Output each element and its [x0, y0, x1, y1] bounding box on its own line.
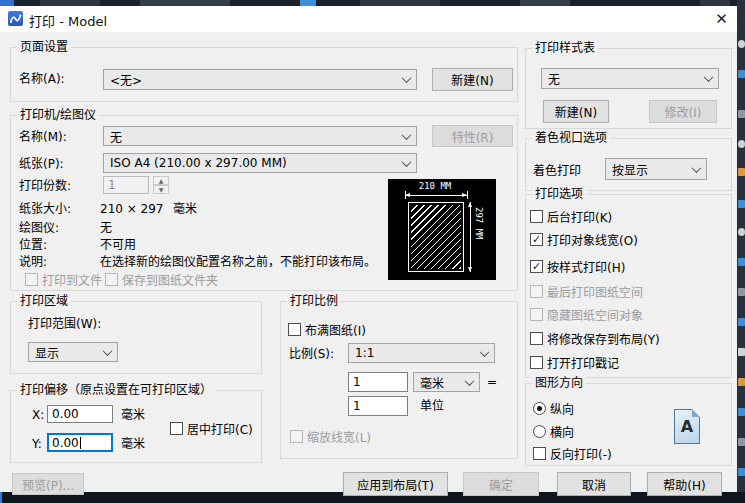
- shaded-viewport-legend: 着色视口选项: [532, 131, 610, 146]
- description-label: 说明:: [19, 255, 47, 269]
- scale-unit-combobox[interactable]: 毫米: [413, 372, 480, 392]
- background-plot-label: 后台打印(K): [547, 211, 612, 225]
- printer-name-combobox[interactable]: 无: [103, 126, 417, 146]
- paper-label: 纸张(P):: [19, 157, 64, 171]
- save-to-folder-checkbox: [105, 273, 118, 286]
- plot-upside-down-checkbox[interactable]: [533, 447, 546, 460]
- plot-lineweights-checkbox[interactable]: ✓: [530, 233, 543, 246]
- paper-width-dimension: 210 MM: [402, 181, 468, 191]
- chevron-down-icon: [402, 130, 412, 140]
- plot-stamp-label: 打开打印戳记: [547, 357, 619, 371]
- plot-paperspace-last-label: 最后打印图纸空间: [547, 286, 643, 300]
- center-plot-checkbox[interactable]: [170, 422, 183, 435]
- plot-area-legend: 打印区域: [17, 294, 71, 309]
- plot-to-file-checkbox: [25, 273, 38, 286]
- plot-scale-legend: 打印比例: [287, 294, 341, 309]
- stepper-up-icon[interactable]: ▲: [153, 176, 169, 185]
- center-plot-label: 居中打印(C): [187, 423, 253, 437]
- offset-x-value: 0.00: [52, 407, 79, 421]
- check-icon: ✓: [532, 234, 541, 245]
- shade-plot-label: 着色打印: [533, 164, 581, 178]
- cancel-button[interactable]: 取消: [557, 472, 631, 496]
- save-to-folder-label: 保存到图纸文件夹: [122, 274, 218, 288]
- copies-value: 1: [108, 178, 116, 192]
- shade-plot-combobox[interactable]: 按显示: [605, 158, 707, 180]
- page-setup-legend: 页面设置: [17, 40, 71, 55]
- plot-style-value: 无: [548, 70, 560, 87]
- shade-plot-value: 按显示: [612, 161, 648, 178]
- plot-stamp-checkbox[interactable]: [530, 356, 543, 369]
- plot-style-legend: 打印样式表: [532, 41, 598, 56]
- print-dialog: 打印 - Model ✕ 页面设置 名称(A): <无> 新建(N) 打印机/绘…: [0, 6, 737, 492]
- plot-style-edit-button: 修改(I): [649, 100, 717, 123]
- scale-unit-value: 毫米: [420, 374, 444, 391]
- scale-mm-input[interactable]: 1: [348, 372, 408, 392]
- stepper-down-icon[interactable]: ▼: [153, 185, 169, 194]
- scale-units-input[interactable]: 1: [348, 396, 408, 416]
- paper-size-unit: 毫米: [173, 202, 197, 216]
- plot-paperspace-last-checkbox: [530, 285, 543, 298]
- offset-x-label: X:: [32, 408, 44, 422]
- plot-range-value: 显示: [35, 344, 59, 361]
- background-plot-checkbox[interactable]: [530, 210, 543, 223]
- plot-range-combobox[interactable]: 显示: [28, 342, 118, 362]
- portrait-radio[interactable]: [533, 402, 546, 415]
- landscape-radio[interactable]: [533, 425, 546, 438]
- chevron-down-icon: [103, 346, 113, 356]
- paper-height-dimension: 297 MM: [474, 207, 484, 240]
- paper-combobox[interactable]: ISO A4 (210.00 x 297.00 MM): [103, 153, 417, 173]
- scale-value: 1:1: [355, 346, 374, 360]
- orientation-letter: A: [681, 417, 693, 436]
- page-setup-name-value: <无>: [110, 71, 142, 88]
- page-setup-new-button[interactable]: 新建(N): [432, 68, 513, 91]
- equals-sign: =: [487, 375, 497, 389]
- chevron-down-icon: [465, 376, 475, 386]
- save-changes-to-layout-checkbox[interactable]: [530, 332, 543, 345]
- printer-name-value: 无: [110, 128, 122, 145]
- plot-style-combobox[interactable]: 无: [541, 68, 719, 89]
- offset-y-input[interactable]: 0.00: [47, 433, 113, 452]
- ok-button: 确定: [463, 472, 539, 496]
- save-changes-to-layout-label: 将修改保存到布局(Y): [547, 333, 660, 347]
- apply-to-layout-button[interactable]: 应用到布局(T): [343, 472, 448, 496]
- where-value: 不可用: [100, 238, 136, 252]
- portrait-label: 纵向: [550, 403, 574, 417]
- folded-corner-icon: [692, 409, 700, 417]
- copies-stepper[interactable]: ▲ ▼: [153, 176, 169, 194]
- height-dimension-line: [470, 202, 471, 272]
- chevron-down-icon: [402, 157, 412, 167]
- title-bar[interactable]: 打印 - Model ✕: [0, 6, 737, 32]
- background-app-toolbar-right: [737, 0, 745, 503]
- paper-value: ISO A4 (210.00 x 297.00 MM): [110, 156, 287, 170]
- printer-legend: 打印机/绘图仪: [17, 108, 99, 123]
- preview-button: 预览(P)...: [12, 473, 84, 495]
- plot-with-styles-label: 按样式打印(H): [547, 261, 625, 275]
- chevron-down-icon: [402, 73, 412, 83]
- page-setup-name-combobox[interactable]: <无>: [103, 69, 417, 90]
- orientation-paper-icon: A: [674, 409, 700, 444]
- width-dimension-line: [405, 195, 467, 196]
- offset-x-input[interactable]: 0.00: [47, 405, 113, 423]
- screen: 打印 - Model ✕ 页面设置 名称(A): <无> 新建(N) 打印机/绘…: [0, 0, 745, 503]
- scale-combobox[interactable]: 1:1: [348, 343, 495, 363]
- scale-label: 比例(S):: [289, 347, 334, 361]
- plot-style-new-button[interactable]: 新建(N): [543, 100, 609, 123]
- fit-to-paper-checkbox[interactable]: [288, 323, 301, 336]
- help-button[interactable]: 帮助(H): [647, 472, 722, 496]
- copies-label: 打印份数:: [19, 179, 71, 193]
- plot-with-styles-checkbox[interactable]: ✓: [530, 260, 543, 273]
- copies-input: 1: [103, 176, 149, 194]
- plot-lineweights-label: 打印对象线宽(O): [547, 234, 638, 248]
- offset-y-unit: 毫米: [121, 437, 145, 451]
- plotter-value: 无: [100, 221, 112, 235]
- offset-y-value: 0.00: [52, 436, 79, 450]
- plot-range-label: 打印范围(W):: [28, 317, 101, 331]
- paper-preview: 210 MM 297 MM: [388, 179, 496, 280]
- landscape-label: 横向: [550, 426, 574, 440]
- scale-mm-value: 1: [353, 375, 361, 389]
- scale-units-value: 1: [353, 399, 361, 413]
- chevron-down-icon: [692, 163, 702, 173]
- close-button[interactable]: ✕: [706, 6, 737, 32]
- paper-hatch-pattern: [411, 205, 461, 269]
- paper-outline: [408, 202, 464, 272]
